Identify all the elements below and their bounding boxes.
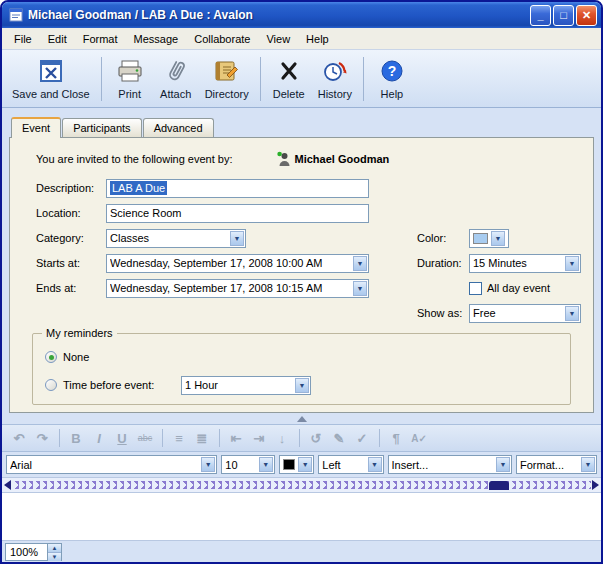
strikethrough-button[interactable]: abc: [134, 427, 156, 449]
toolbar-separator: [379, 429, 380, 447]
starts-at-dropdown[interactable]: Wednesday, September 17, 2008 10:00 AM ▼: [106, 254, 369, 273]
chevron-down-icon[interactable]: ▼: [200, 456, 216, 473]
indent-increase-button[interactable]: ⇥: [248, 427, 270, 449]
reminder-none-radio[interactable]: [45, 351, 57, 363]
menu-edit[interactable]: Edit: [40, 30, 75, 48]
tab-event[interactable]: Event: [11, 117, 61, 138]
menu-help[interactable]: Help: [298, 30, 337, 48]
chevron-down-icon[interactable]: ▼: [352, 280, 368, 297]
zoom-value[interactable]: 100%: [5, 543, 47, 561]
pane-splitter[interactable]: [2, 413, 601, 424]
attach-button[interactable]: Attach: [153, 53, 199, 105]
spinner-up-icon[interactable]: ▲: [48, 544, 61, 552]
insert-down-button[interactable]: ↓: [271, 427, 293, 449]
chevron-down-icon[interactable]: ▼: [367, 456, 383, 473]
ruler-right-margin-marker[interactable]: [592, 480, 599, 490]
chevron-down-icon[interactable]: ▼: [352, 255, 368, 272]
font-family-dropdown[interactable]: Arial ▼: [6, 455, 217, 474]
minimize-button[interactable]: _: [530, 5, 551, 26]
person-icon: [277, 151, 290, 167]
history-clock-icon: [321, 56, 348, 86]
chevron-down-icon[interactable]: ▼: [564, 255, 580, 272]
print-icon: [116, 56, 144, 86]
paperclip-icon: [164, 56, 188, 86]
edit-pencil-button[interactable]: ✎: [328, 427, 350, 449]
chevron-down-icon[interactable]: ▼: [294, 377, 310, 394]
my-reminders-label: My reminders: [42, 327, 117, 339]
chevron-down-icon[interactable]: ▼: [564, 305, 580, 322]
ruler[interactable]: [2, 478, 601, 493]
show-as-dropdown[interactable]: Free ▼: [469, 304, 581, 323]
save-and-close-button[interactable]: Save and Close: [6, 53, 96, 105]
ruler-tab-marker[interactable]: [489, 481, 509, 490]
chevron-down-icon[interactable]: ▼: [297, 456, 313, 473]
font-toolbar: Arial ▼ 10 ▼ ▼ Left ▼ Insert... ▼ Format…: [2, 452, 601, 478]
description-field[interactable]: LAB A Due: [106, 179, 369, 198]
maximize-button[interactable]: □: [553, 5, 574, 26]
title-bar[interactable]: Michael Goodman / LAB A Due : Avalon _ □…: [2, 2, 601, 28]
paragraph-button[interactable]: ¶: [385, 427, 407, 449]
message-body-area[interactable]: [2, 493, 601, 541]
all-day-checkbox[interactable]: [469, 282, 482, 295]
menu-view[interactable]: View: [258, 30, 298, 48]
bullet-list-button[interactable]: ≡: [168, 427, 190, 449]
collapse-up-icon[interactable]: [297, 416, 307, 422]
zoom-control[interactable]: 100% ▲ ▼: [5, 543, 62, 561]
duration-dropdown[interactable]: 15 Minutes ▼: [469, 254, 581, 273]
chevron-down-icon[interactable]: ▼: [258, 456, 274, 473]
my-reminders-group: My reminders None Time before event: 1 H…: [32, 333, 571, 405]
print-button[interactable]: Print: [107, 53, 153, 105]
alignment-dropdown[interactable]: Left ▼: [318, 455, 383, 474]
menu-file[interactable]: File: [6, 30, 40, 48]
reminder-time-radio[interactable]: [45, 379, 57, 391]
menu-message[interactable]: Message: [126, 30, 187, 48]
directory-button[interactable]: Directory: [199, 53, 255, 105]
spinner-down-icon[interactable]: ▼: [48, 552, 61, 561]
underline-button[interactable]: U: [111, 427, 133, 449]
tab-participants[interactable]: Participants: [62, 118, 141, 137]
numbered-list-button[interactable]: ≣: [191, 427, 213, 449]
undo-button[interactable]: ↶: [8, 427, 30, 449]
redo-button[interactable]: ↷: [31, 427, 53, 449]
help-button[interactable]: ? Help: [369, 53, 415, 105]
ends-at-label: Ends at:: [36, 282, 106, 294]
window-icon: [8, 7, 24, 23]
menu-format[interactable]: Format: [75, 30, 126, 48]
chevron-down-icon[interactable]: ▼: [490, 230, 506, 247]
zoom-spinner[interactable]: ▲ ▼: [47, 543, 62, 561]
indent-decrease-button[interactable]: ⇤: [225, 427, 247, 449]
save-and-close-icon: [38, 56, 64, 86]
svg-text:?: ?: [388, 63, 397, 79]
accept-check-button[interactable]: ✓: [351, 427, 373, 449]
description-label: Description:: [36, 182, 106, 194]
ends-at-dropdown[interactable]: Wednesday, September 17, 2008 10:15 AM ▼: [106, 279, 369, 298]
font-size-dropdown[interactable]: 10 ▼: [221, 455, 274, 474]
formatting-toolbar: ↶ ↷ B I U abc ≡ ≣ ⇤ ⇥ ↓ ↺ ✎ ✓ ¶ A✓: [2, 424, 601, 452]
format-dropdown[interactable]: Format... ▼: [516, 455, 597, 474]
insert-dropdown[interactable]: Insert... ▼: [388, 455, 512, 474]
toolbar-separator: [162, 429, 163, 447]
chevron-down-icon[interactable]: ▼: [229, 230, 245, 247]
location-field[interactable]: Science Room: [106, 204, 369, 223]
delete-button[interactable]: Delete: [266, 53, 312, 105]
tab-advanced[interactable]: Advanced: [143, 118, 214, 137]
chevron-down-icon[interactable]: ▼: [495, 456, 511, 473]
color-dropdown[interactable]: ▼: [469, 229, 509, 248]
category-dropdown[interactable]: Classes ▼: [106, 229, 246, 248]
history-button[interactable]: History: [312, 53, 358, 105]
time-before-dropdown[interactable]: 1 Hour ▼: [181, 376, 311, 395]
show-as-label: Show as:: [417, 307, 469, 319]
italic-button[interactable]: I: [88, 427, 110, 449]
chevron-down-icon[interactable]: ▼: [580, 456, 596, 473]
toolbar-separator: [299, 429, 300, 447]
menu-collaborate[interactable]: Collaborate: [186, 30, 258, 48]
close-button[interactable]: ✕: [576, 5, 597, 26]
rotate-button[interactable]: ↺: [305, 427, 327, 449]
window-title: Michael Goodman / LAB A Due : Avalon: [28, 8, 530, 22]
ruler-left-margin-marker[interactable]: [4, 480, 11, 490]
app-window: Michael Goodman / LAB A Due : Avalon _ □…: [0, 0, 603, 564]
font-color-dropdown[interactable]: ▼: [279, 455, 315, 474]
reminder-none-label: None: [63, 351, 89, 363]
bold-button[interactable]: B: [65, 427, 87, 449]
spell-check-button[interactable]: A✓: [408, 427, 430, 449]
